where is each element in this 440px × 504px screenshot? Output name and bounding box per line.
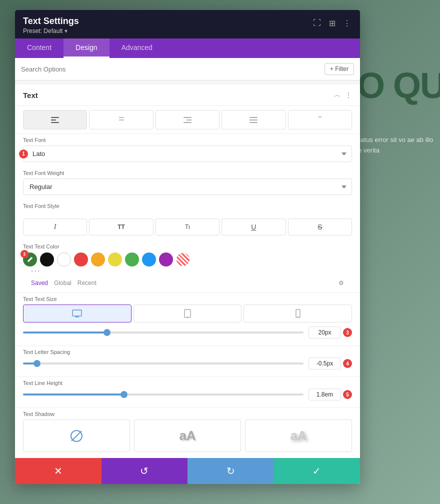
collapse-icon[interactable]: ︿ xyxy=(334,90,341,100)
line-height-slider[interactable] xyxy=(23,394,304,396)
color-tab-recent[interactable]: Recent xyxy=(78,280,96,286)
redo-button[interactable]: ↻ xyxy=(188,458,274,484)
mobile-btn[interactable] xyxy=(244,304,352,322)
letter-spacing-slider[interactable] xyxy=(23,362,304,364)
letter-spacing-value-box: 4 xyxy=(308,358,352,370)
panel-title-block: Text Settings Preset: Default ▾ xyxy=(23,16,79,34)
yellow-swatch[interactable] xyxy=(108,252,122,266)
panel-body: + Filter Text ︿ ⋮ xyxy=(15,58,360,458)
svg-rect-5 xyxy=(184,117,192,118)
striped-swatch[interactable] xyxy=(176,252,190,266)
text-size-value-box: 3 xyxy=(308,326,352,338)
no-shadow-btn[interactable] xyxy=(23,420,130,452)
svg-point-16 xyxy=(187,316,188,317)
font-style-buttons: I TT Tt U S xyxy=(15,216,360,240)
align-left-btn[interactable] xyxy=(23,110,87,130)
white-swatch[interactable] xyxy=(57,252,71,266)
font-label: Text Font xyxy=(23,137,352,143)
color-more-dots[interactable]: ··· xyxy=(23,266,352,278)
tablet-btn[interactable] xyxy=(134,304,242,322)
shadow-light-btn[interactable]: aA xyxy=(134,420,241,452)
device-buttons xyxy=(23,304,352,322)
line-height-value-box: 5 xyxy=(308,388,352,400)
align-right-btn[interactable] xyxy=(156,110,220,130)
tab-content[interactable]: Content xyxy=(15,38,64,58)
shadow-buttons: aA aA xyxy=(23,420,352,452)
align-strikethrough-btn[interactable] xyxy=(89,110,153,130)
svg-point-18 xyxy=(298,316,298,317)
letter-spacing-slider-row: 4 xyxy=(23,358,352,370)
svg-rect-9 xyxy=(250,120,258,120)
tab-advanced[interactable]: Advanced xyxy=(110,38,164,58)
font-weight-label: Text Font Weight xyxy=(23,170,352,176)
filter-button[interactable]: + Filter xyxy=(324,63,354,75)
orange-swatch[interactable] xyxy=(91,252,105,266)
text-settings-panel: Text Settings Preset: Default ▾ ⛶ ⊞ ⋮ Co… xyxy=(15,10,360,484)
cancel-button[interactable]: ✕ xyxy=(15,458,102,484)
tab-design[interactable]: Design xyxy=(64,38,110,58)
color-tabs: Saved Global Recent ⚙ xyxy=(23,278,352,290)
font-weight-select[interactable]: Regular xyxy=(23,178,352,195)
letter-spacing-label: Text Letter Spacing xyxy=(23,349,352,355)
color-section: Text Text Color 2 xyxy=(15,240,360,292)
font-weight-field: Text Font Weight Regular xyxy=(15,167,360,200)
text-size-label: Text Text Size xyxy=(23,296,352,302)
purple-swatch[interactable] xyxy=(159,252,173,266)
search-bar: + Filter xyxy=(15,58,360,80)
svg-rect-8 xyxy=(250,117,258,118)
more-icon[interactable]: ⋮ xyxy=(342,18,352,28)
text-size-slider[interactable] xyxy=(23,332,304,334)
panel-preset[interactable]: Preset: Default ▾ xyxy=(23,28,79,34)
underline-btn[interactable]: U xyxy=(222,218,286,236)
align-justify-btn[interactable] xyxy=(222,110,286,130)
font-badge: 1 xyxy=(19,150,28,158)
panel-header: Text Settings Preset: Default ▾ ⛶ ⊞ ⋮ xyxy=(15,10,360,38)
line-height-badge: 5 xyxy=(343,390,352,399)
reset-button[interactable]: ↺ xyxy=(102,458,188,484)
line-height-label: Text Line Height xyxy=(23,380,352,386)
font-style-field: Text Font Style xyxy=(15,200,360,216)
italic-btn[interactable]: I xyxy=(23,218,87,236)
color-tab-saved[interactable]: Saved xyxy=(31,280,48,286)
letter-spacing-section: Text Letter Spacing 4 xyxy=(15,346,360,376)
letter-spacing-badge: 4 xyxy=(343,359,352,368)
green-swatch[interactable] xyxy=(125,252,139,266)
text-size-section: Text Text Size xyxy=(15,293,360,346)
capitalize-btn[interactable]: Tt xyxy=(156,218,220,236)
blue-swatch[interactable] xyxy=(142,252,156,266)
uppercase-btn[interactable]: TT xyxy=(89,218,153,236)
section-header-icons: ︿ ⋮ xyxy=(334,90,352,100)
section-title: Text xyxy=(23,91,38,100)
color-label: Text Text Color xyxy=(23,244,352,250)
color-settings-icon[interactable]: ⚙ xyxy=(338,280,344,286)
fullscreen-icon[interactable]: ⛶ xyxy=(312,18,322,28)
columns-icon[interactable]: ⊞ xyxy=(327,18,337,28)
color-picker-wrapper: 2 xyxy=(23,252,37,266)
text-shadow-label: Text Shadow xyxy=(23,411,352,417)
search-input[interactable] xyxy=(21,66,324,73)
color-badge: 2 xyxy=(20,250,28,258)
svg-rect-6 xyxy=(186,120,192,120)
align-quote-btn[interactable]: " xyxy=(288,110,352,130)
black-swatch[interactable] xyxy=(40,252,54,266)
text-size-badge: 3 xyxy=(343,328,352,337)
color-swatches: 2 xyxy=(23,252,352,266)
section-header: Text ︿ ⋮ xyxy=(15,84,360,106)
text-size-value[interactable] xyxy=(308,326,341,338)
line-height-value[interactable] xyxy=(308,388,341,400)
svg-rect-1 xyxy=(51,120,56,120)
shadow-dark-btn[interactable]: aA xyxy=(245,420,352,452)
svg-rect-7 xyxy=(184,122,192,123)
desktop-btn[interactable] xyxy=(23,304,132,322)
text-size-slider-row: 3 xyxy=(23,326,352,338)
font-style-label: Text Font Style xyxy=(23,203,352,209)
confirm-button[interactable]: ✓ xyxy=(274,458,360,484)
svg-rect-12 xyxy=(72,310,82,316)
color-tab-global[interactable]: Global xyxy=(54,280,72,286)
red-swatch[interactable] xyxy=(74,252,88,266)
font-select[interactable]: Lato xyxy=(23,146,352,162)
letter-spacing-value[interactable] xyxy=(308,358,341,370)
svg-rect-10 xyxy=(250,122,258,123)
strikethrough-btn[interactable]: S xyxy=(288,218,352,236)
menu-dots-icon[interactable]: ⋮ xyxy=(345,91,352,99)
